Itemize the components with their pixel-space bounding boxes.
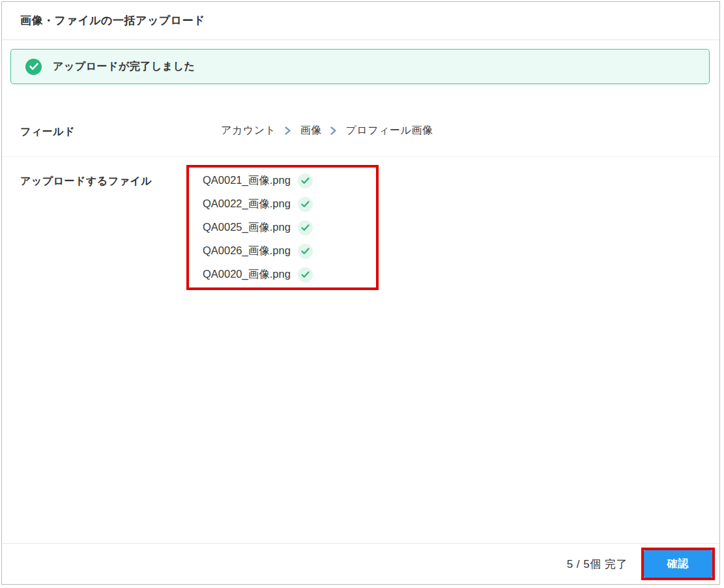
breadcrumb-item-profile-image: プロフィール画像 [345, 124, 433, 138]
upload-success-banner: アップロードが完了しました [10, 49, 710, 84]
check-icon [298, 197, 313, 212]
file-list-item: QA0021_画像.png [203, 169, 376, 192]
file-name: QA0026_画像.png [203, 244, 291, 258]
annotation-box-file-list: QA0021_画像.png QA0022_画像.png QA0025_画像.pn… [186, 165, 379, 290]
field-row: フィールド アカウント 画像 プロフィール画像 [2, 84, 719, 157]
chevron-right-icon [330, 126, 337, 135]
file-list-item: QA0020_画像.png [203, 263, 376, 286]
dialog-title: 画像・ファイルの一括アップロード [20, 13, 205, 28]
file-list-item: QA0026_画像.png [203, 239, 376, 263]
confirm-button[interactable]: 確認 [644, 550, 712, 578]
field-row-label: フィールド [20, 125, 75, 139]
check-icon [298, 220, 313, 235]
chevron-right-icon [284, 126, 291, 135]
breadcrumb-item-account: アカウント [221, 124, 276, 138]
success-message: アップロードが完了しました [53, 60, 195, 74]
files-row: アップロードするファイル QA0021_画像.png QA0022_画像.png [2, 157, 719, 301]
bulk-upload-dialog: 画像・ファイルの一括アップロード アップロードが完了しました フィールド アカウ… [1, 1, 720, 585]
file-name: QA0020_画像.png [203, 267, 291, 282]
file-name: QA0025_画像.png [203, 220, 291, 235]
upload-progress-text: 5 / 5個 完了 [567, 557, 628, 572]
file-name: QA0021_画像.png [203, 173, 291, 188]
check-circle-icon [25, 59, 42, 75]
check-icon [298, 244, 313, 259]
file-list-item: QA0025_画像.png [203, 216, 376, 239]
check-icon [298, 173, 313, 188]
breadcrumb-item-image: 画像 [300, 124, 321, 138]
files-row-label: アップロードするファイル [20, 175, 152, 188]
check-icon [298, 267, 313, 282]
dialog-title-bar: 画像・ファイルの一括アップロード [2, 2, 719, 40]
annotation-box-confirm-button: 確認 [641, 548, 715, 580]
dialog-footer: 5 / 5個 完了 確認 [2, 543, 719, 584]
breadcrumb: アカウント 画像 プロフィール画像 [221, 124, 433, 138]
file-list-item: QA0022_画像.png [203, 192, 376, 216]
file-name: QA0022_画像.png [203, 197, 291, 211]
